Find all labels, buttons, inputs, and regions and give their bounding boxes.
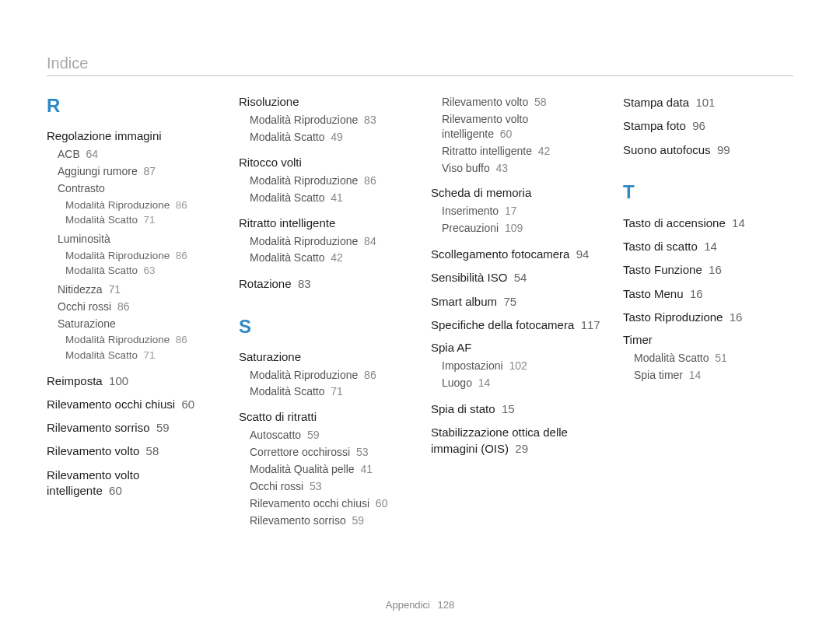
letter-s: S (239, 316, 409, 338)
entry-rilevamento-occhi-chiusi[interactable]: Rilevamento occhi chiusi 60 (47, 397, 217, 412)
entry-tasto-accensione[interactable]: Tasto di accensione 14 (623, 215, 793, 231)
entry-specifiche[interactable]: Specifiche della fotocamera 117 (431, 317, 601, 333)
list-regolazione-immagini: ACB 64 Aggiungi rumore 87 Contrasto Moda… (58, 147, 217, 363)
list-ritratto-intelligente: Modalità Riproduzione 84 Modalità Scatto… (250, 234, 409, 266)
entry-rotazione[interactable]: Rotazione 83 (239, 276, 409, 292)
section-saturazione: Saturazione (239, 350, 409, 363)
entry-rilevamento-volto[interactable]: Rilevamento volto 58 (47, 443, 217, 459)
section-timer: Timer (623, 333, 793, 346)
list-ritocco-volti: Modalità Riproduzione 86 Modalità Scatto… (250, 173, 409, 205)
letter-t: T (623, 181, 793, 203)
entry-tasto-riproduzione[interactable]: Tasto Riproduzione 16 (623, 310, 793, 325)
entry-ritocco-riproduzione[interactable]: Modalità Riproduzione 86 (250, 173, 409, 188)
entry-luminosita-riproduzione[interactable]: Modalità Riproduzione 86 (65, 249, 217, 263)
section-risoluzione: Risoluzione (239, 95, 409, 108)
entry-stampa-foto[interactable]: Stampa foto 96 (623, 118, 793, 134)
entry-rilevamento-volto-intelligente[interactable]: Rilevamento volto intelligente 60 (47, 468, 217, 499)
entry-spia-di-stato[interactable]: Spia di stato 15 (431, 401, 601, 417)
entry-occhi-rossi[interactable]: Occhi rossi 86 (58, 299, 217, 314)
list-spia-af: Impostazioni 102 Luogo 14 (442, 359, 601, 391)
entry-timer-spia[interactable]: Spia timer 14 (634, 368, 793, 383)
entry-luminosita-scatto[interactable]: Modalità Scatto 63 (65, 264, 217, 278)
entry-timer-scatto[interactable]: Modalità Scatto 51 (634, 351, 793, 366)
column-3: Rilevamento volto 58 Rilevamento volto i… (431, 95, 601, 539)
entry-saturazione-reg: Saturazione (58, 317, 217, 331)
entry-reimposta[interactable]: Reimposta 100 (47, 373, 217, 389)
entry-sr-rvi[interactable]: Rilevamento volto intelligente 60 (442, 112, 601, 142)
entry-contrasto-riproduzione[interactable]: Modalità Riproduzione 86 (65, 198, 217, 212)
entry-sr-rilevamento-volto[interactable]: Rilevamento volto 58 (442, 95, 601, 110)
list-scheda-memoria: Inserimento 17 Precauzioni 109 (442, 204, 601, 236)
entry-sr-sorriso[interactable]: Rilevamento sorriso 59 (250, 513, 409, 528)
section-ritocco-volti: Ritocco volti (239, 156, 409, 169)
list-risoluzione: Modalità Riproduzione 83 Modalità Scatto… (250, 113, 409, 145)
entry-saturazione-riproduzione[interactable]: Modalità Riproduzione 86 (250, 368, 409, 383)
entry-smart-album[interactable]: Smart album 75 (431, 294, 601, 310)
entry-correttore[interactable]: Correttore occhirossi 53 (250, 445, 409, 460)
entry-ritocco-scatto[interactable]: Modalità Scatto 41 (250, 191, 409, 205)
entry-sr-viso-buffo[interactable]: Viso buffo 43 (442, 161, 601, 176)
entry-stampa-data[interactable]: Stampa data 101 (623, 95, 793, 110)
entry-suono-autofocus[interactable]: Suono autofocus 99 (623, 142, 793, 158)
entry-sr-occhi-chiusi[interactable]: Rilevamento occhi chiusi 60 (250, 496, 409, 511)
entry-contrasto: Contrasto (58, 181, 217, 196)
list-saturazione: Modalità Riproduzione 86 Modalità Scatto… (250, 368, 409, 400)
entry-aggiungi-rumore[interactable]: Aggiungi rumore 87 (58, 164, 217, 179)
footer-page-number: 128 (438, 599, 455, 611)
list-scatto-ritratti: Autoscatto 59 Correttore occhirossi 53 M… (250, 428, 409, 527)
entry-risoluzione-scatto[interactable]: Modalità Scatto 49 (250, 130, 409, 145)
entry-nitidezza[interactable]: Nitidezza 71 (58, 282, 217, 297)
entry-luminosita: Luminosità (58, 232, 217, 247)
column-4: Stampa data 101 Stampa foto 96 Suono aut… (623, 95, 793, 539)
entry-qualita-pelle[interactable]: Modalità Qualità pelle 41 (250, 462, 409, 477)
page-title: Indice (47, 54, 793, 72)
page-footer: Appendici 128 (0, 599, 840, 611)
entry-tasto-scatto[interactable]: Tasto di scatto 14 (623, 239, 793, 254)
section-regolazione-immagini: Regolazione immagini (47, 129, 217, 142)
entry-ois[interactable]: Stabilizzazione ottica delle immagini (O… (431, 425, 601, 457)
index-columns: R Regolazione immagini ACB 64 Aggiungi r… (47, 95, 793, 539)
entry-spia-af-impostazioni[interactable]: Impostazioni 102 (442, 359, 601, 373)
letter-r: R (47, 95, 217, 117)
entry-precauzioni[interactable]: Precauzioni 109 (442, 221, 601, 236)
section-scatto-ritratti: Scatto di ritratti (239, 410, 409, 423)
entry-tasto-menu[interactable]: Tasto Menu 16 (623, 286, 793, 302)
page: Indice R Regolazione immagini ACB 64 Agg… (0, 0, 840, 634)
entry-tasto-funzione[interactable]: Tasto Funzione 16 (623, 262, 793, 278)
entry-saturazione-scatto[interactable]: Modalità Scatto 71 (250, 384, 409, 399)
section-scheda-memoria: Scheda di memoria (431, 186, 601, 199)
entry-sr-occhi-rossi[interactable]: Occhi rossi 53 (250, 479, 409, 494)
list-contrasto: Modalità Riproduzione 86 Modalità Scatto… (65, 198, 217, 227)
entry-contrasto-scatto[interactable]: Modalità Scatto 71 (65, 213, 217, 227)
entry-rilevamento-sorriso[interactable]: Rilevamento sorriso 59 (47, 420, 217, 436)
column-1: R Regolazione immagini ACB 64 Aggiungi r… (47, 95, 217, 539)
entry-autoscatto[interactable]: Autoscatto 59 (250, 428, 409, 443)
entry-ritratto-scatto[interactable]: Modalità Scatto 42 (250, 250, 409, 265)
entry-acb[interactable]: ACB 64 (58, 147, 217, 162)
list-luminosita: Modalità Riproduzione 86 Modalità Scatto… (65, 249, 217, 278)
entry-saturazione-reg-scatto[interactable]: Modalità Scatto 71 (65, 349, 217, 363)
column-2: Risoluzione Modalità Riproduzione 83 Mod… (239, 95, 409, 539)
list-timer: Modalità Scatto 51 Spia timer 14 (634, 351, 793, 383)
footer-label: Appendici (386, 599, 430, 611)
entry-scollegamento[interactable]: Scollegamento fotocamera 94 (431, 247, 601, 262)
list-saturazione-reg: Modalità Riproduzione 86 Modalità Scatto… (65, 333, 217, 362)
entry-saturazione-reg-riproduzione[interactable]: Modalità Riproduzione 86 (65, 333, 217, 347)
section-ritratto-intelligente: Ritratto intelligente (239, 216, 409, 229)
entry-risoluzione-riproduzione[interactable]: Modalità Riproduzione 83 (250, 113, 409, 128)
entry-ritratto-riproduzione[interactable]: Modalità Riproduzione 84 (250, 234, 409, 249)
entry-sensibilita-iso[interactable]: Sensibilità ISO 54 (431, 270, 601, 285)
header-rule (47, 75, 793, 76)
section-spia-af: Spia AF (431, 341, 601, 354)
entry-inserimento[interactable]: Inserimento 17 (442, 204, 601, 219)
entry-sr-ritratto-int[interactable]: Ritratto intelligente 42 (442, 144, 601, 159)
list-scatto-ritratti-cont: Rilevamento volto 58 Rilevamento volto i… (442, 95, 601, 175)
entry-spia-af-luogo[interactable]: Luogo 14 (442, 376, 601, 391)
